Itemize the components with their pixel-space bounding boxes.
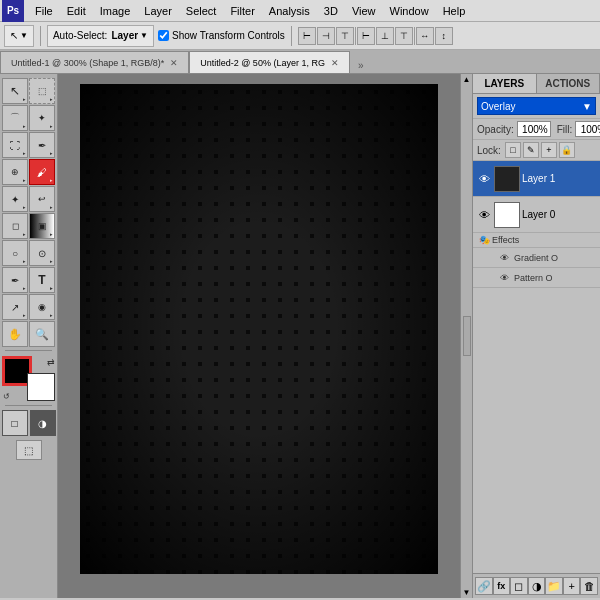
- options-bar: ↖ ▼ Auto-Select: Layer ▼ Show Transform …: [0, 22, 600, 50]
- tool-marquee[interactable]: ⬚▸: [29, 78, 55, 104]
- effect-eye-gradient[interactable]: 👁: [497, 251, 511, 265]
- tool-hand[interactable]: ✋: [2, 321, 28, 347]
- scroll-down-btn[interactable]: ▼: [463, 588, 471, 597]
- align-icon-7[interactable]: ↔: [416, 27, 434, 45]
- blend-mode-row: Overlay ▼: [473, 94, 600, 119]
- layers-list: 👁 Layer 1 👁 Layer 0 🎭 Effects 👁 Grad: [473, 161, 600, 573]
- lock-row: Lock: □ ✎ + 🔒: [473, 140, 600, 161]
- tool-eyedropper[interactable]: ✒▸: [29, 132, 55, 158]
- layer-fx-btn[interactable]: fx: [493, 577, 511, 595]
- tab-actions[interactable]: ACTIONS: [537, 74, 601, 93]
- opacity-input[interactable]: [517, 121, 551, 137]
- effect-eye-pattern[interactable]: 👁: [497, 271, 511, 285]
- tab-layers[interactable]: LAYERS: [473, 74, 537, 93]
- tool-move[interactable]: ↖▸: [2, 78, 28, 104]
- menu-window[interactable]: Window: [383, 3, 436, 19]
- menu-view[interactable]: View: [345, 3, 383, 19]
- tool-arrow-btn[interactable]: ↖ ▼: [4, 25, 34, 47]
- layer-visibility-0[interactable]: 👁: [476, 207, 492, 223]
- menu-items: File Edit Image Layer Select Filter Anal…: [28, 3, 472, 19]
- canvas-area: [58, 74, 460, 598]
- layer-item-layer1[interactable]: 👁 Layer 1: [473, 161, 600, 197]
- menu-3d[interactable]: 3D: [317, 3, 345, 19]
- tool-quick-select[interactable]: ✦▸: [29, 105, 55, 131]
- menu-help[interactable]: Help: [436, 3, 473, 19]
- lock-all-btn[interactable]: 🔒: [559, 142, 575, 158]
- tool-shape[interactable]: ◉▸: [29, 294, 55, 320]
- menu-edit[interactable]: Edit: [60, 3, 93, 19]
- color-swatches: ⇄ ↺: [3, 357, 55, 401]
- fill-input[interactable]: [575, 121, 600, 137]
- tool-path-select[interactable]: ↗▸: [2, 294, 28, 320]
- quick-mask-btn[interactable]: ◑: [30, 410, 56, 436]
- tab-untitled-2[interactable]: Untitled-2 @ 50% (Layer 1, RG ✕: [189, 51, 350, 73]
- scroll-thumb[interactable]: [463, 316, 471, 356]
- tab-expand-btn[interactable]: »: [354, 58, 368, 73]
- align-icon-1[interactable]: ⊢: [298, 27, 316, 45]
- tool-healing[interactable]: ⊕▸: [2, 159, 28, 185]
- align-icon-4[interactable]: ⊢: [357, 27, 375, 45]
- layers-panel-tabs: LAYERS ACTIONS: [473, 74, 600, 94]
- layer-name-1: Layer 1: [522, 173, 597, 184]
- menu-filter[interactable]: Filter: [223, 3, 261, 19]
- tool-lasso[interactable]: ⌒▸: [2, 105, 28, 131]
- scroll-up-btn[interactable]: ▲: [463, 75, 471, 84]
- align-icon-8[interactable]: ↕: [435, 27, 453, 45]
- canvas-content: [80, 84, 438, 574]
- scroll-right: ▲ ▼: [460, 74, 472, 598]
- align-icon-2[interactable]: ⊣: [317, 27, 335, 45]
- layer-adjustment-btn[interactable]: ◑: [528, 577, 546, 595]
- layer-link-btn[interactable]: 🔗: [475, 577, 493, 595]
- tool-zoom[interactable]: 🔍: [29, 321, 55, 347]
- effect-name-gradient: Gradient O: [514, 253, 558, 263]
- layer-new-btn[interactable]: +: [563, 577, 581, 595]
- align-icon-5[interactable]: ⊥: [376, 27, 394, 45]
- layer-item-layer0[interactable]: 👁 Layer 0: [473, 197, 600, 233]
- tab-bar: Untitled-1 @ 300% (Shape 1, RGB/8)* ✕ Un…: [0, 50, 600, 74]
- effect-gradient[interactable]: 👁 Gradient O: [473, 248, 600, 268]
- tool-history[interactable]: ↩▸: [29, 186, 55, 212]
- menu-analysis[interactable]: Analysis: [262, 3, 317, 19]
- layer-name-0: Layer 0: [522, 209, 597, 220]
- effect-pattern[interactable]: 👁 Pattern O: [473, 268, 600, 288]
- tool-gradient[interactable]: ▣▸: [29, 213, 55, 239]
- show-transform-checkbox[interactable]: Show Transform Controls: [158, 30, 285, 41]
- layer-group-btn[interactable]: 📁: [545, 577, 563, 595]
- menu-bar: Ps File Edit Image Layer Select Filter A…: [0, 0, 600, 22]
- tool-clone[interactable]: ✦▸: [2, 186, 28, 212]
- main-area: ↖▸ ⬚▸ ⌒▸ ✦▸ ⛶▸ ✒▸ ⊕▸ 🖌▸ ✦▸ ↩▸ ◻▸ ▣▸ ○: [0, 74, 600, 598]
- tab-close-1[interactable]: ✕: [170, 58, 178, 68]
- opacity-row: Opacity: Fill:: [473, 119, 600, 140]
- background-color[interactable]: [27, 373, 55, 401]
- layer-mask-btn[interactable]: ◻: [510, 577, 528, 595]
- layer-thumbnail-1: [494, 166, 520, 192]
- standard-mode-btn[interactable]: □: [2, 410, 28, 436]
- lock-position-btn[interactable]: +: [541, 142, 557, 158]
- tool-eraser[interactable]: ◻▸: [2, 213, 28, 239]
- align-icon-6[interactable]: ⊤: [395, 27, 413, 45]
- tool-type[interactable]: T▸: [29, 267, 55, 293]
- swap-colors-icon[interactable]: ⇄: [47, 357, 55, 367]
- menu-file[interactable]: File: [28, 3, 60, 19]
- tool-crop[interactable]: ⛶▸: [2, 132, 28, 158]
- screen-mode-btn[interactable]: ⬚: [16, 440, 42, 460]
- layer-thumbnail-0: [494, 202, 520, 228]
- layer-visibility-1[interactable]: 👁: [476, 171, 492, 187]
- lock-transparent-btn[interactable]: □: [505, 142, 521, 158]
- effects-header: 🎭 Effects: [473, 233, 600, 248]
- tool-brush[interactable]: 🖌▸: [29, 159, 55, 185]
- tab-close-2[interactable]: ✕: [331, 58, 339, 68]
- lock-pixels-btn[interactable]: ✎: [523, 142, 539, 158]
- blend-mode-dropdown[interactable]: Overlay ▼: [477, 97, 596, 115]
- menu-layer[interactable]: Layer: [137, 3, 179, 19]
- align-icon-3[interactable]: ⊤: [336, 27, 354, 45]
- layer-delete-btn[interactable]: 🗑: [580, 577, 598, 595]
- reset-colors-icon[interactable]: ↺: [3, 392, 10, 401]
- tool-pen[interactable]: ✒▸: [2, 267, 28, 293]
- tool-dodge[interactable]: ○▸: [2, 240, 28, 266]
- tool-smudge[interactable]: ⊙▸: [29, 240, 55, 266]
- menu-image[interactable]: Image: [93, 3, 138, 19]
- menu-select[interactable]: Select: [179, 3, 224, 19]
- tab-untitled-1[interactable]: Untitled-1 @ 300% (Shape 1, RGB/8)* ✕: [0, 51, 189, 73]
- auto-select-btn[interactable]: Auto-Select: Layer ▼: [47, 25, 154, 47]
